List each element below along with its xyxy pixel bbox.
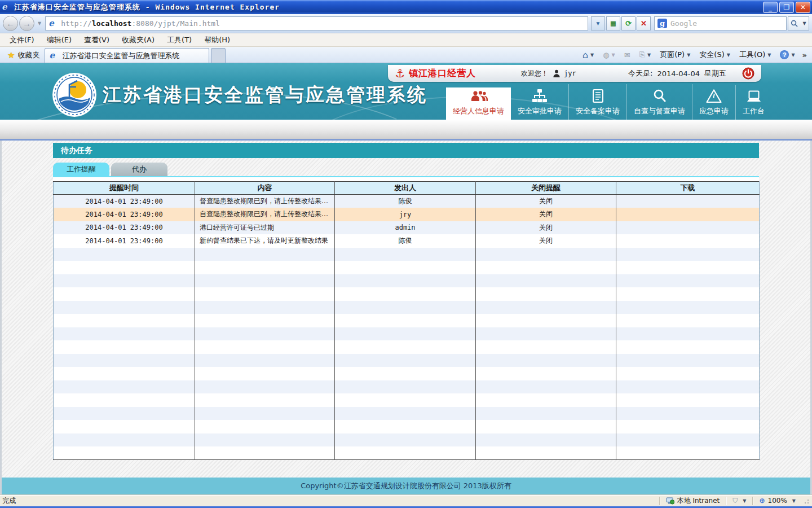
cell-sender xyxy=(335,301,476,314)
nav-item-2[interactable]: 安全备案申请 xyxy=(568,84,626,120)
cell-content xyxy=(195,380,335,394)
compatibility-view-button[interactable]: ▦ xyxy=(606,16,620,30)
cell-download xyxy=(616,274,760,288)
cell-close: 关闭 xyxy=(476,208,616,221)
nav-item-4[interactable]: 应急申请 xyxy=(692,84,735,120)
close-button[interactable]: ✕ xyxy=(796,2,810,13)
zoom-control[interactable]: ⊕ 100%▼ xyxy=(757,497,798,505)
command-bar: ⌂▼ ◍▼ ✉ ⎘▼ 页面(P)▼ 安全(S)▼ 工具(O)▼ ?▼ » xyxy=(578,47,810,63)
task-tab-0[interactable]: 工作提醒 xyxy=(53,163,109,176)
cell-sender xyxy=(335,446,476,460)
content-area: 待办任务 工作提醒代办 提醒时间内容发出人关闭提醒下载 2014-04-01 2… xyxy=(0,141,812,478)
refresh-button[interactable]: ⟳ xyxy=(621,16,636,30)
column-header-0: 提醒时间 xyxy=(54,182,195,195)
url-dropdown-button[interactable]: ▼ xyxy=(591,16,605,30)
nav-item-5[interactable]: 工作台 xyxy=(735,85,771,120)
table-row xyxy=(54,340,760,354)
task-tab-1[interactable]: 代办 xyxy=(111,163,167,176)
footer-copyright: Copyright©江苏省交通规划设计院股份有限公司 2013版权所有 xyxy=(0,478,812,494)
url-host: localhost xyxy=(92,19,131,28)
cell-time xyxy=(54,261,195,274)
cell-time xyxy=(54,367,195,380)
cell-time xyxy=(54,301,195,314)
cell-close xyxy=(476,327,616,341)
new-tab-stub[interactable] xyxy=(211,48,226,63)
menu-item-5[interactable]: 帮助(H) xyxy=(198,33,236,47)
menu-item-4[interactable]: 工具(T) xyxy=(161,33,198,47)
logout-button[interactable] xyxy=(742,67,754,80)
cell-download xyxy=(616,234,760,248)
nav-item-0[interactable]: 经营人信息申请 xyxy=(446,87,511,120)
close-reminder-link[interactable]: 关闭 xyxy=(539,237,553,244)
google-icon: g xyxy=(657,19,667,28)
cell-close xyxy=(476,367,616,380)
search-input[interactable]: g Google xyxy=(654,16,787,30)
cell-download xyxy=(616,354,760,367)
nav-item-1[interactable]: 安全审批申请 xyxy=(511,84,568,120)
cell-time xyxy=(54,314,195,327)
close-reminder-link[interactable]: 关闭 xyxy=(539,224,553,231)
search-dropdown-icon[interactable]: ▼ xyxy=(802,21,806,26)
nav-item-3[interactable]: 自查与督查申请 xyxy=(626,84,692,120)
menu-item-1[interactable]: 编辑(E) xyxy=(41,33,78,47)
print-button[interactable]: ⎘▼ xyxy=(635,47,656,63)
cell-download xyxy=(616,407,760,421)
safety-menu-button[interactable]: 安全(S)▼ xyxy=(695,47,735,63)
status-text: 完成 xyxy=(2,496,16,506)
nav-label: 安全审批申请 xyxy=(518,106,562,116)
cell-close xyxy=(476,287,616,301)
favorites-label: 收藏夹 xyxy=(17,50,39,60)
favorites-button[interactable]: ★ 收藏夹 xyxy=(2,48,45,63)
home-button[interactable]: ⌂▼ xyxy=(578,47,598,63)
browser-tab[interactable]: e 江苏省港口安全监管与应急管理系统 xyxy=(45,48,209,63)
close-reminder-link[interactable]: 关闭 xyxy=(539,197,553,205)
history-dropdown-icon[interactable]: ▼ xyxy=(36,21,43,26)
cell-close xyxy=(476,248,616,261)
cell-sender xyxy=(335,314,476,327)
feeds-button[interactable]: ◍▼ xyxy=(598,47,620,63)
resize-grip[interactable] xyxy=(802,497,810,505)
table-row: 2014-04-01 23:49:00新的督查结果已下达，请及时更新整改结果陈俊… xyxy=(54,234,760,248)
cell-time xyxy=(54,393,195,407)
cell-close: 关闭 xyxy=(476,195,616,208)
stop-button[interactable]: ✕ xyxy=(637,16,651,30)
url-input[interactable]: e http://localhost:8080/yjpt/Main.html xyxy=(45,16,588,30)
page-menu-button[interactable]: 页面(P)▼ xyxy=(655,47,695,63)
search-button[interactable]: ▼ xyxy=(788,16,809,30)
cell-sender xyxy=(335,287,476,301)
table-header-row: 提醒时间内容发出人关闭提醒下载 xyxy=(54,182,760,195)
cell-download xyxy=(616,420,760,433)
cell-content xyxy=(195,407,335,421)
magnifier-icon xyxy=(652,89,667,103)
section-title: 待办任务 xyxy=(53,143,759,158)
rss-icon: ◍ xyxy=(603,51,609,59)
cell-download xyxy=(616,340,760,354)
forward-button[interactable]: → xyxy=(19,16,34,31)
table-row xyxy=(54,380,760,394)
cell-content: 新的督查结果已下达，请及时更新整改结果 xyxy=(195,234,335,248)
close-reminder-link[interactable]: 关闭 xyxy=(539,210,553,218)
overflow-chevron-icon[interactable]: » xyxy=(800,51,810,59)
star-icon: ★ xyxy=(7,50,15,60)
protected-mode-button[interactable]: ⛉▼ xyxy=(730,497,748,505)
minimize-button[interactable]: _ xyxy=(763,2,778,13)
cell-close: 关闭 xyxy=(476,234,616,248)
menu-item-3[interactable]: 收藏夹(A) xyxy=(116,33,161,47)
table-row: 2014-04-01 23:49:00自查隐患整改期限已到，请上传整改结果…jr… xyxy=(54,208,760,221)
cell-content xyxy=(195,301,335,314)
cell-time xyxy=(54,433,195,447)
menu-item-2[interactable]: 查看(V) xyxy=(78,33,116,47)
back-button[interactable]: ← xyxy=(3,16,18,31)
table-row xyxy=(54,354,760,367)
read-mail-button[interactable]: ✉ xyxy=(620,47,635,63)
mail-icon: ✉ xyxy=(624,51,630,59)
page-favicon-icon: e xyxy=(48,19,59,29)
cell-sender xyxy=(335,354,476,367)
ie-logo-icon: e xyxy=(2,2,12,12)
cell-download xyxy=(616,221,760,235)
tools-menu-button[interactable]: 工具(O)▼ xyxy=(735,47,776,63)
restore-button[interactable]: ❐ xyxy=(779,2,794,13)
menu-item-0[interactable]: 文件(F) xyxy=(3,33,41,47)
cell-time xyxy=(54,340,195,354)
help-button[interactable]: ?▼ xyxy=(775,47,799,63)
